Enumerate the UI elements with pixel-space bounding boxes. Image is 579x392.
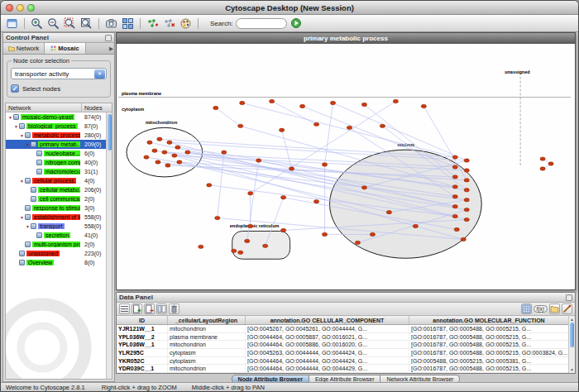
zoom-selected-icon[interactable] [63,17,77,31]
network-node[interactable] [177,160,182,164]
network-edge[interactable] [272,102,317,125]
column-header[interactable]: ID [117,316,168,324]
column-header[interactable]: _cellularLayoutRegion [168,316,246,324]
network-node[interactable] [464,218,469,221]
table-scrollbar-thumb[interactable] [570,323,574,347]
table-row[interactable]: YLR295Ccytoplasm[GO:0045263, GO:0044444,… [117,349,575,357]
network-node[interactable] [464,179,469,182]
network-node[interactable] [322,163,327,166]
scroll-up-icon[interactable]: ▲ [569,317,575,322]
column-header[interactable]: annotation.GO MOLECULAR_FUNCTION [409,316,569,324]
tree-item[interactable]: response to stimul...3(0) [6,203,112,213]
table-scrollbar[interactable]: ▲ ▼ [568,316,575,373]
network-node[interactable] [386,210,391,213]
network-node[interactable] [248,224,253,227]
select-nodes-checkbox[interactable]: ✓ [11,84,19,93]
trash-icon[interactable] [169,304,179,314]
network-node[interactable] [270,99,275,103]
network-node[interactable] [162,151,167,154]
tree-expander-icon[interactable]: ▼ [19,133,25,138]
network-node[interactable] [144,155,149,159]
network-node[interactable] [370,232,375,236]
network-node[interactable] [361,103,366,106]
network-node[interactable] [213,106,218,109]
tree-item[interactable]: ▼cellular process4(0) [6,176,112,185]
network-node[interactable] [199,245,203,248]
network-node[interactable] [263,244,268,247]
network-edge[interactable] [325,103,333,165]
tree-expander-icon[interactable]: ▼ [25,224,31,229]
network-node[interactable] [245,239,250,242]
network-node[interactable] [238,251,243,254]
network-node[interactable] [464,198,469,202]
tree-item[interactable]: Overview8(0) [6,258,112,267]
delete-attribute-icon[interactable] [144,304,155,314]
network-node[interactable] [147,141,152,144]
format-icon[interactable] [562,304,572,314]
network-node[interactable] [461,237,466,241]
matrix-icon[interactable] [521,304,532,314]
network-node[interactable] [393,99,398,103]
network-node[interactable] [347,126,352,129]
network-node[interactable] [281,196,286,199]
tree-expander-icon[interactable]: ▼ [7,115,13,120]
edit-attribute-icon[interactable] [156,304,167,314]
network-node[interactable] [232,249,237,252]
tree-column-network[interactable]: Network [6,103,82,112]
tree-item[interactable]: ▼biological_process87(0) [6,122,112,131]
tree-item[interactable]: nitrogen compo...40(0) [6,158,112,167]
scroll-down-icon[interactable]: ▼ [569,367,575,372]
network-node[interactable] [300,104,305,108]
tab-mosaic[interactable]: Mosaic [45,43,86,54]
tree-scrollbar[interactable] [106,112,112,379]
tree-scrollbar-thumb[interactable] [108,114,112,151]
network-node[interactable] [452,175,457,179]
table-row[interactable]: YJR121W__1mitochondrion[GO:0045267, GO:0… [117,325,575,333]
tree-expander-icon[interactable]: ▼ [25,142,31,147]
network-node[interactable] [540,167,545,170]
tab-network[interactable]: Network [3,43,45,54]
tree-item[interactable]: ▼transport558(0) [6,222,112,231]
network-node[interactable] [152,149,157,152]
snapshot-icon[interactable] [104,17,118,31]
zoom-out-icon[interactable] [46,17,60,31]
network-node[interactable] [215,216,220,219]
tree-item[interactable]: ▼primary metab...209(0) [6,140,112,149]
network-node[interactable] [452,214,457,218]
select-attributes-icon[interactable] [119,304,130,314]
table-row[interactable]: YPL036W__1mitochondrion[GO:0044464, GO:0… [117,341,575,349]
network-node[interactable] [452,185,457,189]
network-node[interactable] [464,169,469,172]
tree-item[interactable]: cellular metabo...206(0) [6,185,112,194]
fit-content-icon[interactable] [79,17,93,31]
float-panel-icon[interactable] [105,35,112,41]
network-node[interactable] [240,101,245,104]
network-node[interactable] [452,155,457,159]
tree-column-nodes[interactable]: Nodes [82,103,112,112]
save-icon[interactable] [5,17,19,31]
network-node[interactable] [548,162,553,165]
network-node[interactable] [322,232,327,236]
table-row[interactable]: YKR052Ccytoplasm[GO:0044464, GO:0044444,… [117,357,575,366]
tree-item[interactable]: ▼mosaic-demo-yeast874(0) [6,112,112,122]
vizmapper-icon[interactable] [179,17,193,31]
search-go-icon[interactable] [290,17,304,31]
tree-expander-icon[interactable]: ▼ [19,179,25,184]
network-node[interactable] [280,128,285,131]
network-edge[interactable] [216,108,241,126]
import-icon[interactable] [549,304,560,314]
tree-item[interactable]: nucleobase...6(0) [6,149,112,158]
network-view-titlebar[interactable]: primary metabolic process [117,33,575,44]
network-edge[interactable] [188,152,365,188]
network-node[interactable] [464,159,469,162]
network-node[interactable] [175,146,180,149]
network-node[interactable] [313,200,318,203]
search-input[interactable] [236,18,287,29]
new-network-icon[interactable] [146,17,160,31]
network-node[interactable] [256,159,261,162]
tree-item[interactable]: unassigned223(0) [6,249,112,258]
tree-item[interactable]: macromolecule...31(1) [6,167,112,176]
table-row[interactable]: YDR039C__1mitochondrion[GO:0044464, GO:0… [117,365,575,373]
tree-item[interactable]: secretion41(0) [6,231,112,240]
zoom-in-icon[interactable] [30,17,44,31]
